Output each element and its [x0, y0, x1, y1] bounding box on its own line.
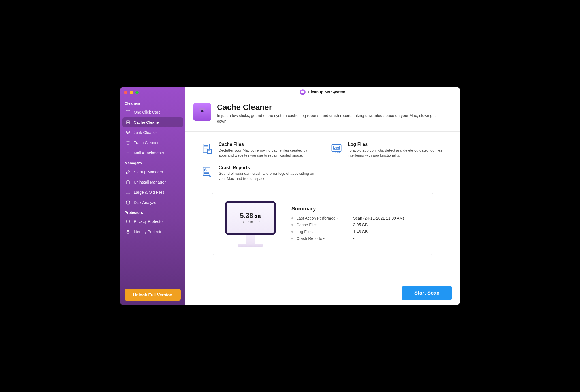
app-window: Cleaners One Click Care Cache Cleaner Ju…: [120, 87, 460, 305]
summary-row-label: Cache Files -: [297, 223, 353, 227]
summary-data: Summary Last Action Performed - Scan (24…: [291, 206, 422, 242]
shredder-icon: [125, 130, 131, 135]
card-description: To avoid app conflicts, detect and delet…: [348, 148, 445, 158]
bullet-icon: [291, 238, 293, 239]
sidebar-item-uninstall-manager[interactable]: Uninstall Manager: [122, 177, 183, 187]
svg-point-11: [126, 201, 130, 202]
trash-icon: [125, 140, 131, 146]
card-title: Crash Reports: [219, 165, 315, 170]
package-icon: [125, 179, 131, 185]
maximize-window-icon[interactable]: [135, 91, 139, 94]
svg-rect-18: [207, 149, 212, 154]
sidebar-item-label: Uninstall Manager: [134, 180, 166, 184]
shield-icon: [125, 219, 131, 224]
main-panel: Cleanup My System Cache Cleaner In just …: [185, 87, 460, 305]
sidebar-item-label: Trash Cleaner: [134, 140, 159, 145]
close-window-icon[interactable]: [124, 91, 127, 94]
sidebar: Cleaners One Click Care Cache Cleaner Ju…: [120, 87, 185, 305]
lock-icon: [125, 229, 131, 235]
card-cache-files: Cache Files Declutter your Mac by removi…: [201, 142, 315, 158]
sidebar-item-trash-cleaner[interactable]: Trash Cleaner: [122, 138, 183, 148]
sidebar-item-disk-analyzer[interactable]: Disk Analyzer: [122, 197, 183, 208]
content-area: Cache Files Declutter your Mac by removi…: [185, 132, 460, 281]
sidebar-section-protectors: Protectors: [120, 208, 185, 216]
card-title: Cache Files: [219, 142, 315, 147]
sidebar-item-label: Disk Analyzer: [134, 200, 158, 205]
summary-title: Summary: [291, 206, 422, 212]
sidebar-item-large-old-files[interactable]: Large & Old Files: [122, 187, 183, 197]
sidebar-item-junk-cleaner[interactable]: Junk Cleaner: [122, 127, 183, 138]
sidebar-item-label: Mail Attachments: [134, 151, 164, 155]
sidebar-item-label: Startup Manager: [134, 170, 163, 174]
footer: Start Scan: [185, 281, 460, 305]
app-icon: [300, 89, 306, 95]
summary-box: 5.38 GB Found In Total Summary Last Acti…: [212, 193, 433, 255]
unlock-full-version-button[interactable]: Unlock Full Version: [125, 289, 181, 301]
svg-rect-0: [126, 110, 130, 113]
summary-row-value: 1.43 GB: [353, 229, 368, 234]
summary-row-label: Last Action Performed -: [297, 216, 353, 220]
sidebar-item-cache-cleaner[interactable]: Cache Cleaner: [122, 117, 183, 127]
disk-icon: [125, 200, 131, 205]
summary-row-label: Crash Reports -: [297, 236, 353, 241]
svg-rect-9: [126, 152, 130, 154]
summary-row-value: -: [353, 236, 355, 241]
monitor-stand: [246, 235, 255, 244]
sidebar-item-label: Large & Old Files: [134, 190, 164, 195]
titlebar: Cleanup My System: [185, 87, 460, 97]
card-title: Log Files: [348, 142, 445, 147]
bullet-icon: [291, 231, 293, 233]
start-scan-button[interactable]: Start Scan: [402, 286, 452, 300]
sidebar-list-managers: Startup Manager Uninstall Manager Large …: [120, 167, 185, 208]
sidebar-item-one-click-care[interactable]: One Click Care: [122, 107, 183, 117]
summary-total-unit: GB: [254, 214, 261, 219]
window-controls: [120, 91, 185, 98]
summary-row-crash-reports: Crash Reports - -: [291, 235, 422, 242]
svg-rect-12: [127, 231, 129, 233]
sidebar-list-protectors: Privacy Protector Identity Protector: [120, 216, 185, 237]
card-crash-reports: Crash Reports Get rid of redundant crash…: [201, 165, 315, 181]
summary-row-log-files: Log Files - 1.43 GB: [291, 228, 422, 235]
sidebar-item-label: Privacy Protector: [134, 219, 164, 224]
monitor-base: [238, 244, 263, 247]
sidebar-item-label: Cache Cleaner: [134, 120, 160, 125]
monitor-icon: [125, 109, 131, 115]
svg-rect-4: [127, 131, 130, 133]
page-title: Cache Cleaner: [217, 103, 445, 112]
summary-monitor-graphic: 5.38 GB Found In Total: [223, 201, 277, 247]
folder-icon: [125, 189, 131, 195]
svg-rect-10: [126, 181, 130, 184]
sidebar-item-label: Identity Protector: [134, 229, 164, 234]
summary-row-value: 3.95 GB: [353, 223, 368, 227]
minimize-window-icon[interactable]: [130, 91, 133, 94]
sidebar-section-cleaners: Cleaners: [120, 98, 185, 107]
cache-cleaner-hero-icon: [193, 103, 211, 121]
svg-rect-25: [203, 167, 210, 175]
mail-icon: [125, 150, 131, 156]
feature-cards: Cache Files Declutter your Mac by removi…: [201, 142, 445, 181]
svg-rect-13: [199, 108, 205, 110]
download-box-icon: [125, 120, 131, 125]
sidebar-item-label: One Click Care: [134, 110, 161, 114]
monitor-screen: 5.38 GB Found In Total: [225, 201, 276, 235]
sidebar-item-mail-attachments[interactable]: Mail Attachments: [122, 148, 183, 158]
summary-row-value: Scan (24-11-2021 11:39 AM): [353, 216, 404, 220]
app-title: Cleanup My System: [308, 90, 345, 94]
summary-total-value: 5.38: [240, 212, 253, 219]
summary-row-last-action: Last Action Performed - Scan (24-11-2021…: [291, 215, 422, 221]
bullet-icon: [291, 217, 293, 219]
summary-total-sub: Found In Total: [240, 220, 261, 224]
sidebar-item-startup-manager[interactable]: Startup Manager: [122, 167, 183, 177]
bullet-icon: [291, 224, 293, 226]
summary-row-label: Log Files -: [297, 229, 353, 234]
page-description: In just a few clicks, get rid of the sys…: [217, 113, 445, 124]
card-description: Declutter your Mac by removing cache fil…: [219, 148, 315, 158]
sidebar-list-cleaners: One Click Care Cache Cleaner Junk Cleane…: [120, 107, 185, 158]
svg-text:LOG: LOG: [334, 147, 339, 149]
sidebar-item-identity-protector[interactable]: Identity Protector: [122, 227, 183, 237]
rocket-icon: [125, 169, 131, 175]
sidebar-section-managers: Managers: [120, 158, 185, 167]
log-files-icon: LOG: [330, 142, 343, 155]
sidebar-item-privacy-protector[interactable]: Privacy Protector: [122, 216, 183, 227]
hero-header: Cache Cleaner In just a few clicks, get …: [185, 97, 460, 132]
